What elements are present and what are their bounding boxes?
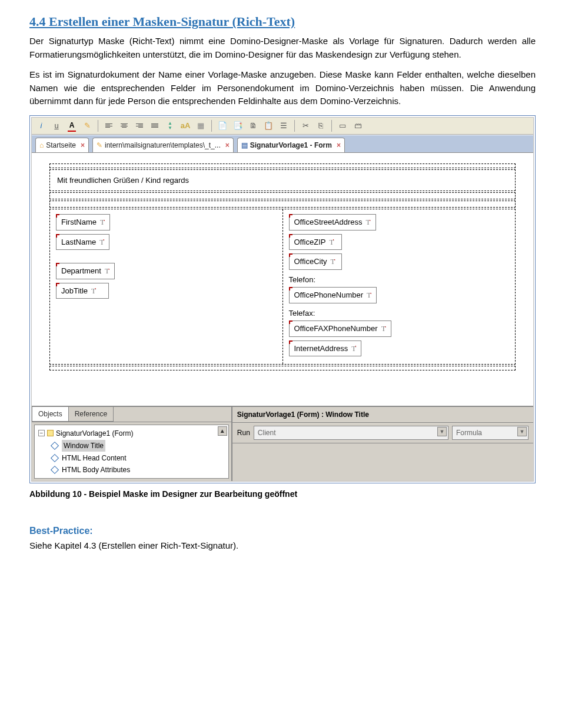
label-telefon: Telefon: [289, 274, 510, 286]
field-lastname[interactable]: LastNameT• [56, 234, 109, 251]
collapse-icon[interactable]: − [38, 430, 45, 436]
field-jobtitle[interactable]: JobTitleT• [56, 283, 109, 299]
tab-label: intern\mailsignaturen\templates\_t_... [105, 140, 221, 151]
scissors-icon[interactable]: ✂ [300, 120, 311, 132]
greeting-text: Mit freundlichen Grüßen / Kind regards [50, 170, 515, 191]
field-department[interactable]: DepartmentT• [56, 263, 115, 279]
right-column: OfficeStreetAddressT• OfficeZIPT• Office… [282, 209, 516, 364]
case-icon[interactable]: aA [180, 120, 191, 132]
font-color-icon[interactable]: A [66, 120, 78, 132]
file-icon[interactable]: 🗎 [247, 120, 259, 132]
underline-icon[interactable]: u [51, 120, 62, 132]
form-icon [47, 430, 54, 436]
new-doc-icon[interactable]: 📄 [217, 120, 228, 132]
best-practice-heading: Best-Practice: [29, 524, 536, 538]
field-city[interactable]: OfficeCityT• [289, 253, 342, 270]
properties-panel: SignaturVorlage1 (Form) : Window Title R… [232, 407, 533, 481]
tab-bar: ⌂ Startseite × ✎ intern\mailsignaturen\t… [32, 135, 533, 153]
objects-panel: Objects Reference ▲ −SignaturVorlage1 (F… [32, 407, 232, 481]
close-icon[interactable]: × [225, 140, 230, 151]
objects-tree[interactable]: ▲ −SignaturVorlage1 (Form) Window Title … [34, 425, 229, 479]
screenshot-figure: i u A ✎ ▲▼ aA ▦ 📄 📑 🗎 📋 ☰ ✂ ⎘ ▭ 🗃 ⌂ Star… [29, 115, 536, 483]
tab-template-file[interactable]: ✎ intern\mailsignaturen\templates\_t_...… [92, 138, 234, 152]
close-icon[interactable]: × [337, 140, 341, 151]
align-left-icon[interactable] [103, 120, 115, 132]
field-phone[interactable]: OfficePhoneNumberT• [289, 287, 377, 303]
run-client-dropdown[interactable]: Client▼ [254, 426, 448, 440]
chevron-down-icon[interactable]: ▼ [517, 427, 527, 436]
tab-label: SignaturVorlage1 - Form [250, 140, 332, 151]
align-center-icon[interactable] [118, 120, 130, 132]
align-right-icon[interactable] [134, 120, 145, 132]
bottom-panel: Objects Reference ▲ −SignaturVorlage1 (F… [32, 406, 533, 481]
form-design-area: Mit freundlichen Grüßen / Kind regards F… [32, 153, 533, 406]
tab-startseite[interactable]: ⌂ Startseite × [35, 138, 89, 152]
left-column: FirstNameT• LastNameT• DepartmentT• JobT… [50, 209, 282, 364]
copy-doc-icon[interactable]: 📑 [232, 120, 244, 132]
tab-form-active[interactable]: ▤ SignaturVorlage1 - Form × [237, 138, 345, 152]
align-justify-icon[interactable] [149, 120, 161, 132]
script-icon[interactable]: ⎘ [315, 120, 327, 132]
list-icon[interactable]: ☰ [278, 120, 290, 132]
note-icon[interactable]: 📋 [262, 120, 274, 132]
stack-icon[interactable]: ▭ [337, 120, 348, 132]
tree-root-label: SignaturVorlage1 (Form) [56, 428, 133, 439]
tab-objects[interactable]: Objects [32, 407, 69, 422]
field-zip[interactable]: OfficeZIPT• [289, 234, 342, 251]
tab-label: Startseite [46, 140, 76, 151]
label-telefax: Telefax: [289, 308, 510, 319]
tree-item-html-body[interactable]: HTML Body Attributes [62, 465, 130, 475]
close-icon[interactable]: × [81, 140, 85, 151]
diamond-icon [51, 441, 59, 449]
home-icon: ⌂ [39, 140, 44, 151]
scroll-up-icon[interactable]: ▲ [218, 426, 227, 436]
diamond-icon [51, 465, 59, 473]
field-street[interactable]: OfficeStreetAddressT• [289, 214, 376, 231]
table-icon[interactable]: ▦ [195, 120, 207, 132]
pencil-icon: ✎ [97, 140, 102, 151]
form-icon: ▤ [241, 140, 248, 151]
diamond-icon [51, 453, 59, 462]
tree-item-window-title[interactable]: Window Title [62, 440, 105, 452]
line-spacing-icon[interactable]: ▲▼ [164, 120, 176, 132]
tree-item-html-head[interactable]: HTML Head Content [62, 453, 127, 463]
field-firstname[interactable]: FirstNameT• [56, 214, 110, 231]
field-fax[interactable]: OfficeFAXPhoneNumberT• [289, 320, 391, 337]
chevron-down-icon[interactable]: ▼ [437, 427, 447, 436]
best-practice-text: Siehe Kapitel 4.3 (Erstellen einer Rich-… [29, 539, 536, 553]
run-formula-dropdown[interactable]: Formula▼ [452, 426, 529, 440]
db-icon[interactable]: 🗃 [352, 120, 364, 132]
toolbar: i u A ✎ ▲▼ aA ▦ 📄 📑 🗎 📋 ☰ ✂ ⎘ ▭ 🗃 [32, 118, 533, 135]
run-label: Run [237, 428, 250, 438]
designer-window: i u A ✎ ▲▼ aA ▦ 📄 📑 🗎 📋 ☰ ✂ ⎘ ▭ 🗃 ⌂ Star… [31, 117, 534, 482]
field-email[interactable]: InternetAddressT• [289, 340, 362, 357]
paragraph-1: Der Signaturtyp Maske (Richt-Text) nimmt… [29, 35, 536, 61]
tab-reference[interactable]: Reference [68, 407, 114, 422]
section-heading: 4.4 Erstellen einer Masken-Signatur (Ric… [29, 12, 536, 31]
paragraph-2: Es ist im Signaturdokument der Name eine… [29, 68, 536, 108]
info-icon[interactable]: i [35, 120, 47, 132]
section-title: SignaturVorlage1 (Form) : Window Title [232, 407, 533, 423]
figure-caption: Abbildung 10 - Beispiel Maske im Designe… [29, 488, 536, 500]
highlight-icon[interactable]: ✎ [81, 120, 93, 132]
